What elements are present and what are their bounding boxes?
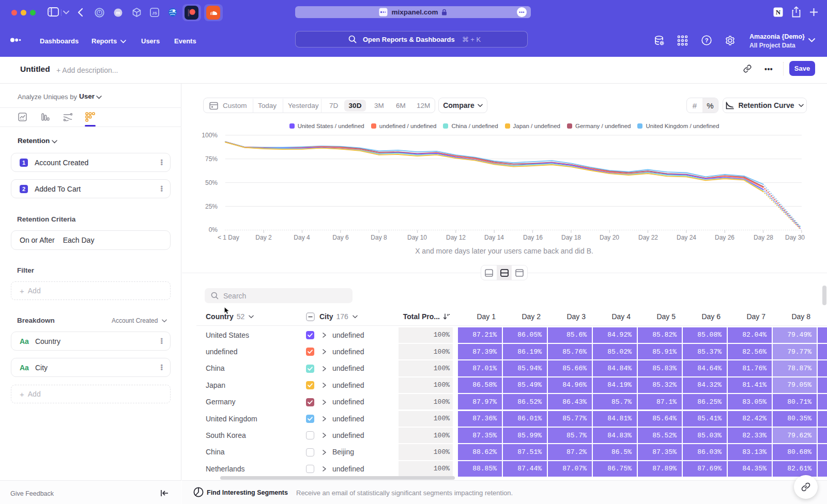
svg-text:?: ? [705,37,709,43]
svg-text:JS: JS [152,11,157,15]
svg-text:N: N [776,8,781,16]
svg-text:m: m [116,10,120,15]
